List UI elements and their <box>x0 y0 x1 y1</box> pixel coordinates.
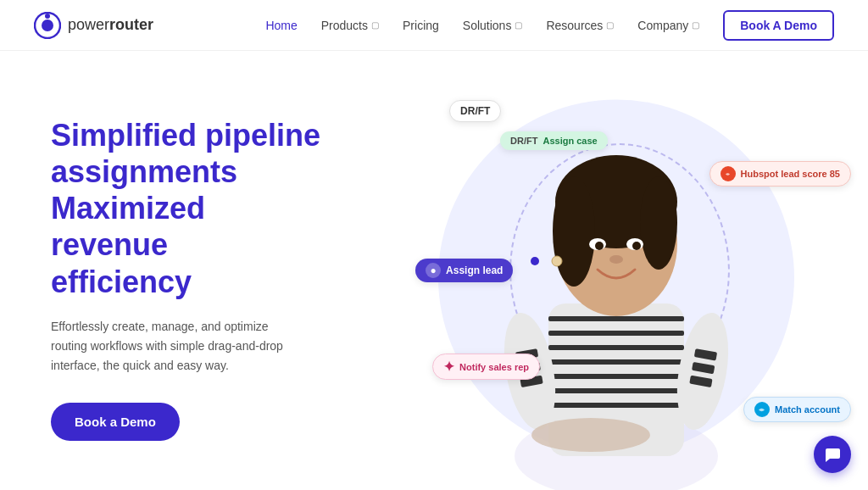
svg-point-1 <box>42 19 53 31</box>
solutions-arrow-icon: ▢ <box>515 20 522 30</box>
node-match-account: Match account <box>743 397 851 422</box>
svg-point-24 <box>553 176 595 287</box>
main-nav: Home Products ▢ Pricing Solutions ▢ Reso… <box>265 10 834 41</box>
svg-rect-10 <box>548 388 684 393</box>
nav-item-company[interactable]: Company ▢ <box>637 19 699 32</box>
nav-item-products[interactable]: Products ▢ <box>321 19 379 32</box>
node-assign-case: DR/FT Assign case <box>500 131 608 150</box>
hero-person-image <box>472 100 760 490</box>
logo-text: powerrouter <box>68 16 153 34</box>
book-demo-hero-button[interactable]: Book a Demo <box>51 403 180 441</box>
svg-rect-7 <box>548 345 684 350</box>
svg-point-29 <box>595 242 604 250</box>
svg-point-31 <box>609 255 623 264</box>
assign-lead-icon: ● <box>426 263 441 278</box>
svg-point-2 <box>45 14 50 19</box>
svg-point-30 <box>632 242 641 250</box>
hero-left: Simplified pipeline assignments Maximize… <box>0 51 364 490</box>
nav-item-solutions[interactable]: Solutions ▢ <box>463 19 523 32</box>
node-hubspot: Hubspot lead score 85 <box>709 161 851 187</box>
node-drift-top: DR/FT <box>449 100 501 122</box>
svg-rect-11 <box>548 403 684 408</box>
header: powerrouter Home Products ▢ Pricing Solu… <box>0 0 868 51</box>
hero-title: Simplified pipeline assignments Maximize… <box>51 117 331 300</box>
svg-rect-8 <box>548 359 684 365</box>
person-svg <box>472 100 760 490</box>
salesforce-icon <box>754 402 770 417</box>
chat-button[interactable] <box>814 436 851 473</box>
company-arrow-icon: ▢ <box>692 20 699 30</box>
nav-item-pricing[interactable]: Pricing <box>403 19 439 32</box>
node-notify-sales: ✦ Notify sales rep <box>432 354 540 380</box>
products-arrow-icon: ▢ <box>371 20 379 30</box>
logo-icon <box>34 12 61 39</box>
nav-item-resources[interactable]: Resources ▢ <box>546 19 614 32</box>
hero-section: Simplified pipeline assignments Maximize… <box>0 51 868 490</box>
nav-item-home[interactable]: Home <box>265 19 297 32</box>
hero-subtitle: Effortlessly create, manage, and optimiz… <box>51 317 305 376</box>
logo[interactable]: powerrouter <box>34 12 153 39</box>
book-demo-nav-button[interactable]: Book A Demo <box>723 10 834 41</box>
svg-rect-9 <box>548 374 684 379</box>
hero-right: DR/FT DR/FT Assign case Hubspot lead sco… <box>364 51 868 490</box>
chat-icon <box>823 445 842 464</box>
svg-point-25 <box>640 176 677 270</box>
resources-arrow-icon: ▢ <box>606 20 614 30</box>
slack-icon: ✦ <box>443 359 454 375</box>
node-assign-lead: ● Assign lead <box>415 259 513 282</box>
svg-point-26 <box>552 256 562 266</box>
hubspot-icon <box>721 166 736 181</box>
svg-rect-5 <box>548 316 684 321</box>
svg-rect-6 <box>548 331 684 336</box>
svg-point-20 <box>531 418 650 452</box>
